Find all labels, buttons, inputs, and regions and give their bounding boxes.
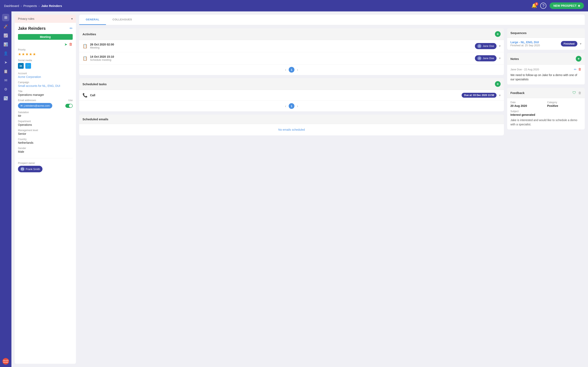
new-prospect-button[interactable]: NEW PROSPECT ⊕ xyxy=(550,2,584,9)
notes-card: Notes + Jane Doe - 22 Aug 2020 ✏ 🗑 xyxy=(507,53,585,85)
feedback-title: Feedback xyxy=(510,91,525,95)
prospect-header: Jake Reinders ✏ xyxy=(15,23,76,34)
activity-type-1: Meeting xyxy=(90,46,472,49)
delete-action-icon[interactable]: 🗑 xyxy=(69,42,73,47)
scheduled-tasks-header: Scheduled tasks + xyxy=(79,78,504,90)
social-media-label: Social media xyxy=(18,59,73,62)
add-task-button[interactable]: + xyxy=(495,81,501,87)
sidebar-item-send[interactable]: ➤ xyxy=(2,59,9,66)
activity-type-2: Schedule meeting xyxy=(90,58,472,61)
feedback-trash-icon[interactable]: 🗑 xyxy=(578,91,581,95)
title-value: Operations manager xyxy=(18,93,73,96)
scheduled-emails-title: Scheduled emails xyxy=(82,117,108,121)
meeting-badge: Meeting xyxy=(18,34,73,40)
email-icon: ✉ xyxy=(20,104,23,107)
sidebar-item-reports[interactable]: 📉 xyxy=(2,95,9,102)
top-navigation: Dashboard › Prospects › Jake Reinders 🔔 … xyxy=(0,0,588,11)
prospect-owner-label: Prospect owner xyxy=(18,162,73,165)
sidebar-item-chart[interactable]: 📊 xyxy=(2,41,9,48)
note-delete-icon-1[interactable]: 🗑 xyxy=(578,67,581,71)
feedback-category-label: Category xyxy=(547,101,581,104)
sidebar-item-users[interactable]: 👤 xyxy=(2,50,9,57)
sidebar-item-settings[interactable]: ⚙ xyxy=(2,86,9,93)
breadcrumb-dashboard[interactable]: Dashboard xyxy=(4,4,19,8)
email-row: Email addresses Use ✉ j.reinders@acme.co… xyxy=(18,99,73,108)
email-use-label: Use xyxy=(68,99,73,102)
activity-item-1: 📋 26 Oct 2020 02:00 Meeting JD Jane Doe … xyxy=(79,40,504,52)
sidebar-item-grid[interactable]: ⊞ xyxy=(2,14,9,21)
tab-colleagues[interactable]: COLLEAGUES xyxy=(106,15,138,25)
department-label: Department xyxy=(18,120,73,123)
account-value[interactable]: Acme Corporation xyxy=(18,75,73,78)
edit-pencil-icon[interactable]: ✏ xyxy=(70,26,73,31)
twitter-icon[interactable]: 🐦 xyxy=(25,63,31,69)
tasks-prev-button[interactable]: ‹ xyxy=(285,104,286,108)
activity-chevron-1[interactable]: ▾ xyxy=(499,44,501,48)
activities-prev-button[interactable]: ‹ xyxy=(285,68,286,72)
privacy-rules-chevron-icon: ▾ xyxy=(71,17,73,20)
breadcrumb-current: Jake Reinders xyxy=(41,4,62,8)
task-chevron-1[interactable]: ▾ xyxy=(499,93,501,97)
activities-title: Activities xyxy=(82,33,96,36)
task-label-1: Call xyxy=(90,94,459,97)
add-note-button[interactable]: + xyxy=(576,56,581,62)
sequence-name-1[interactable]: Large - NL, ENG, DUI xyxy=(510,41,558,44)
plus-icon: ⊕ xyxy=(578,4,580,7)
notification-badge: 8 xyxy=(535,2,538,6)
campaign-value[interactable]: Small accounts for NL, ENG, DUI xyxy=(18,84,73,87)
sidebar-item-trending[interactable]: 📈 xyxy=(2,32,9,39)
activities-next-button[interactable]: › xyxy=(297,68,298,72)
scheduled-tasks-card: Scheduled tasks + 📞 Call Due at: 03 Dec … xyxy=(79,78,504,111)
feedback-shield-icon[interactable]: 🛡 xyxy=(572,91,576,95)
salutation-value: Mr xyxy=(18,114,73,117)
note-item-1: Jane Doe - 22 Aug 2020 ✏ 🗑 We need to fo… xyxy=(507,65,585,85)
scheduled-tasks-title: Scheduled tasks xyxy=(82,82,107,86)
activity-date-2: 14 Oct 2020 15:10 xyxy=(90,55,472,58)
owner-name: Frank Smith xyxy=(26,167,40,171)
privacy-rules-bar[interactable]: Privacy rules ▾ xyxy=(15,15,76,23)
linkedin-icon[interactable]: in xyxy=(18,63,24,69)
tab-general[interactable]: GENERAL xyxy=(79,15,106,25)
activity-assignee-2[interactable]: JD Jane Doe xyxy=(475,55,497,61)
feedback-subject-label: Subject xyxy=(510,110,581,113)
help-button[interactable]: ? xyxy=(540,3,546,9)
feedback-category-col: Category Positive xyxy=(547,101,581,108)
sidebar-item-rocket[interactable]: 🚀 xyxy=(2,23,9,30)
note-header-1: Jane Doe - 22 Aug 2020 ✏ 🗑 xyxy=(510,67,581,71)
tasks-next-button[interactable]: › xyxy=(297,104,298,108)
action-icons: ➤ 🗑 xyxy=(15,42,76,48)
salutation-row: Salutation Mr xyxy=(18,111,73,117)
note-edit-icon-1[interactable]: ✏ xyxy=(574,67,577,71)
salesroad-badge[interactable]: SALESROAD xyxy=(2,358,9,365)
divider xyxy=(18,158,73,158)
prospect-owner-badge[interactable]: FS Frank Smith xyxy=(18,166,43,172)
sidebar-item-email[interactable]: ✉ xyxy=(2,77,9,84)
email-label: Email addresses xyxy=(18,99,36,102)
notifications-button[interactable]: 🔔 8 xyxy=(531,3,537,8)
feedback-subject-value: Interest generated xyxy=(510,113,581,117)
add-activity-button[interactable]: + xyxy=(495,31,501,37)
breadcrumb-prospects[interactable]: Prospects xyxy=(23,4,37,8)
email-badge[interactable]: ✉ j.reinders@acme.com xyxy=(18,103,52,108)
feedback-content: Date 20 Aug 2020 Category Positive Subje… xyxy=(507,98,585,129)
priority-stars: ★★★★★ xyxy=(18,52,73,57)
priority-label: Priority xyxy=(18,48,73,51)
topnav-right: 🔔 8 ? NEW PROSPECT ⊕ xyxy=(531,2,584,9)
sidebar-item-tasks[interactable]: 📋 xyxy=(2,68,9,75)
management-level-label: Management level xyxy=(18,129,73,132)
activities-card: Activities + 📋 26 Oct 2020 02:00 Meeting… xyxy=(79,28,504,75)
sequence-chevron-1[interactable]: ▾ xyxy=(580,42,581,46)
notes-header: Notes + xyxy=(507,53,585,65)
note-actions-1: ✏ 🗑 xyxy=(574,67,581,71)
activities-header: Activities + xyxy=(79,28,504,40)
prospect-name: Jake Reinders xyxy=(18,26,46,31)
activity-date-1: 26 Oct 2020 02:00 xyxy=(90,43,472,46)
left-panel: Privacy rules ▾ Jake Reinders ✏ Meeting … xyxy=(15,15,76,364)
sequence-finished-button[interactable]: Finished xyxy=(561,41,577,47)
owner-avatar: FS xyxy=(20,167,25,171)
activity-chevron-2[interactable]: ▾ xyxy=(499,56,501,60)
email-toggle[interactable] xyxy=(65,104,73,108)
send-action-icon[interactable]: ➤ xyxy=(64,42,67,47)
management-level-value: Senior xyxy=(18,132,73,135)
activity-assignee-1[interactable]: JD Jane Doe xyxy=(475,43,497,49)
